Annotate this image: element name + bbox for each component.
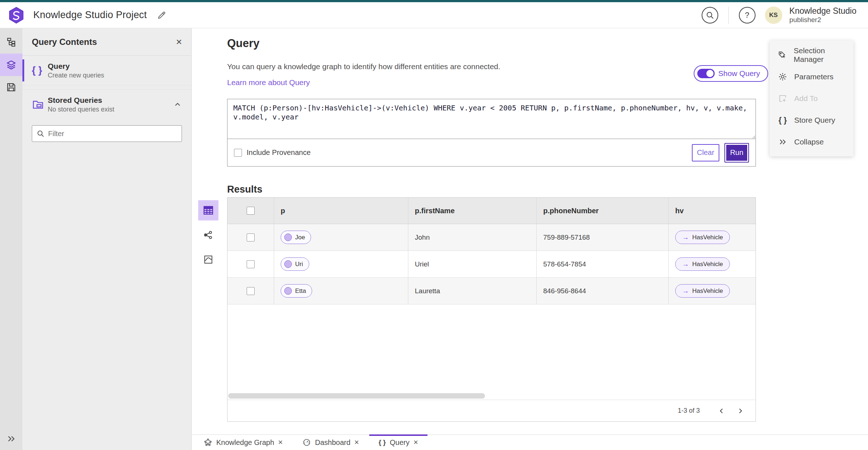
- firstname-cell: John: [408, 224, 537, 251]
- page-title: Query: [227, 37, 260, 50]
- panel-item-subtitle: Create new queries: [48, 72, 182, 79]
- menu-item-parameters[interactable]: Parameters: [770, 66, 854, 88]
- panel-item-stored-queries[interactable]: Stored Queries No stored queries exist: [22, 90, 191, 119]
- arrow-right-icon: →: [682, 287, 689, 295]
- tab-label: Query: [390, 438, 409, 447]
- node-label: Uri: [295, 261, 303, 268]
- edge-badge[interactable]: → HasVehicle: [675, 231, 730, 244]
- chevron-left-icon[interactable]: [714, 403, 729, 419]
- close-icon[interactable]: ×: [176, 37, 182, 47]
- edge-label: HasVehicle: [692, 234, 723, 241]
- braces-icon: { }: [32, 65, 48, 76]
- user-name: Knowledge Studio: [790, 6, 856, 16]
- edit-project-title-icon[interactable]: [157, 10, 166, 20]
- node-label: Joe: [295, 234, 305, 241]
- menu-item-label: Add To: [794, 94, 818, 103]
- collapse-icon: [778, 138, 788, 146]
- help-glyph: ?: [745, 10, 749, 20]
- results-table: p p.firstName p.phoneNumber hv Joe John …: [227, 197, 756, 422]
- edge-badge[interactable]: → HasVehicle: [675, 284, 730, 298]
- tab-dashboard[interactable]: Dashboard ×: [296, 435, 366, 450]
- tab-knowledge-graph[interactable]: Knowledge Graph ×: [197, 435, 289, 450]
- node-cell: Uri: [274, 251, 408, 277]
- side-menu: Selection Manager Parameters Add To { } …: [770, 41, 854, 156]
- tab-query[interactable]: { } Query ×: [372, 435, 425, 450]
- query-textarea[interactable]: MATCH (p:Person)-[hv:HasVehicle]->(v:Veh…: [227, 99, 756, 139]
- menu-item-label: Selection Manager: [793, 46, 854, 64]
- panel-item-query[interactable]: { } Query Create new queries: [22, 56, 191, 85]
- header-checkbox-cell: [227, 198, 274, 224]
- column-header-firstname: p.firstName: [408, 198, 537, 224]
- page-description: You can query a knowledge graph to ident…: [227, 62, 500, 71]
- edge-badge[interactable]: → HasVehicle: [675, 257, 730, 271]
- app-header: Knowledge Studio Project ? KS Knowledge …: [0, 2, 868, 28]
- query-contents-panel: Query Contents × { } Query Create new qu…: [22, 28, 192, 450]
- filter-input[interactable]: [48, 130, 177, 138]
- node-badge[interactable]: Joe: [281, 231, 311, 244]
- horizontal-scrollbar[interactable]: [228, 393, 485, 399]
- bottom-tabbar: Knowledge Graph × Dashboard × { } Query …: [192, 434, 868, 450]
- learn-more-link[interactable]: Learn more about Query: [227, 78, 310, 87]
- node-badge[interactable]: Etta: [281, 284, 312, 298]
- filter-search-icon: [37, 130, 44, 138]
- graph-view-icon[interactable]: [198, 225, 218, 245]
- app-logo-icon: [9, 7, 24, 24]
- user-role: publisher2: [790, 16, 856, 24]
- close-icon[interactable]: ×: [278, 438, 283, 446]
- main-content: Query You can query a knowledge graph to…: [192, 28, 868, 450]
- help-icon[interactable]: ?: [739, 7, 756, 24]
- row-checkbox[interactable]: [247, 260, 255, 268]
- search-icon[interactable]: [702, 7, 718, 24]
- toggle-switch: [697, 69, 715, 78]
- left-rail: [0, 28, 22, 450]
- node-badge[interactable]: Uri: [281, 257, 309, 271]
- table-row: Uri Uriel 578-654-7854 → HasVehicle: [227, 251, 756, 278]
- stored-item-text: Stored Queries No stored queries exist: [48, 96, 173, 113]
- save-icon[interactable]: [0, 76, 22, 98]
- close-icon[interactable]: ×: [354, 438, 359, 446]
- stored-item-subtitle: No stored queries exist: [48, 106, 173, 113]
- edge-cell: → HasVehicle: [669, 278, 756, 304]
- firstname-cell: Lauretta: [408, 278, 537, 304]
- tab-label: Dashboard: [315, 438, 350, 447]
- arrow-right-icon: →: [682, 234, 689, 241]
- pagination-label: 1-3 of 3: [678, 407, 700, 415]
- query-editor-box: MATCH (p:Person)-[hv:HasVehicle]->(v:Veh…: [227, 99, 756, 167]
- clear-button[interactable]: Clear: [692, 144, 719, 161]
- panel-section-gap: [22, 85, 191, 90]
- row-checkbox[interactable]: [247, 287, 255, 295]
- edge-label: HasVehicle: [692, 287, 723, 295]
- edge-cell: → HasVehicle: [669, 251, 756, 277]
- chevron-right-icon[interactable]: [732, 403, 748, 419]
- results-title: Results: [227, 184, 263, 195]
- results-view-toolbar: [198, 200, 218, 270]
- query-actions-row: Include Provenance Clear Run: [227, 139, 756, 166]
- menu-item-add-to: Add To: [770, 88, 854, 109]
- menu-item-store-query[interactable]: { } Store Query: [770, 109, 854, 131]
- menu-item-collapse[interactable]: Collapse: [770, 131, 854, 153]
- chevron-up-icon[interactable]: [173, 100, 182, 109]
- avatar[interactable]: KS: [765, 7, 782, 24]
- firstname-cell: Uriel: [408, 251, 537, 277]
- menu-item-label: Collapse: [794, 138, 824, 146]
- include-provenance-checkbox[interactable]: [234, 149, 242, 157]
- map-view-icon[interactable]: [198, 249, 218, 270]
- table-view-icon[interactable]: [198, 200, 218, 220]
- tab-label: Knowledge Graph: [216, 438, 274, 447]
- include-provenance-label: Include Provenance: [247, 148, 311, 157]
- row-checkbox[interactable]: [247, 234, 255, 241]
- phonenumber-cell: 578-654-7854: [537, 251, 669, 277]
- arrow-right-icon: →: [682, 260, 689, 268]
- menu-item-label: Parameters: [794, 72, 834, 81]
- close-icon[interactable]: ×: [413, 438, 418, 446]
- expand-panel-icon[interactable]: [0, 434, 22, 443]
- select-all-checkbox[interactable]: [247, 207, 255, 215]
- show-query-toggle[interactable]: Show Query: [694, 65, 768, 82]
- avatar-initials: KS: [769, 12, 778, 19]
- run-button[interactable]: Run: [724, 143, 749, 163]
- table-row: Etta Lauretta 846-956-8644 → HasVehicle: [227, 278, 756, 304]
- row-checkbox-cell: [227, 224, 274, 251]
- layers-icon[interactable]: [0, 54, 22, 76]
- menu-item-selection-manager[interactable]: Selection Manager: [770, 44, 854, 66]
- hierarchy-icon[interactable]: [0, 31, 22, 54]
